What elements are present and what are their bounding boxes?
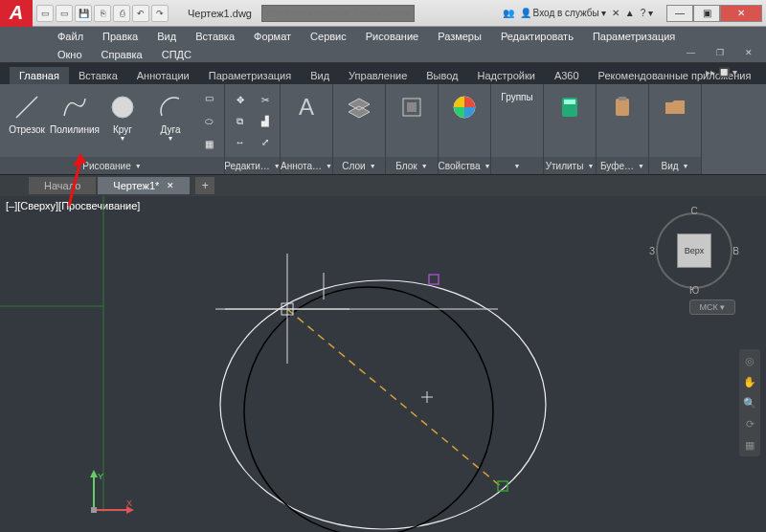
circle-button[interactable]: Круг▼: [100, 88, 146, 157]
compass-north[interactable]: С: [690, 206, 697, 216]
redo-icon[interactable]: ↷: [151, 5, 169, 22]
undo-icon[interactable]: ↶: [132, 5, 149, 22]
panel-clipboard-label[interactable]: Буфе…▼: [597, 157, 648, 174]
tab-view[interactable]: Вид: [301, 67, 339, 84]
clipboard-icon: [607, 92, 638, 122]
tab-drawing1[interactable]: Чертеж1*✕: [98, 177, 190, 194]
utils-button[interactable]: [547, 88, 593, 157]
document-title: Чертеж1.dwg: [188, 8, 252, 19]
panel-groups-label[interactable]: ▼: [491, 157, 543, 174]
mdi-restore-icon[interactable]: ❐: [707, 47, 733, 58]
text-button[interactable]: A: [283, 88, 329, 157]
print-icon[interactable]: ⎙: [113, 5, 130, 22]
colorwheel-icon: [449, 92, 480, 122]
panel-layers-label[interactable]: Слои▼: [333, 157, 385, 174]
new-icon[interactable]: ▭: [36, 5, 54, 22]
line-icon: [11, 92, 42, 122]
wcs-dropdown[interactable]: МСК ▾: [689, 299, 735, 315]
menu-service[interactable]: Сервис: [301, 29, 356, 44]
rectangle-icon[interactable]: ▭: [197, 89, 220, 110]
maximize-button[interactable]: ▣: [693, 5, 720, 22]
sign-in-button[interactable]: 👤 Вход в службы ▾: [520, 8, 606, 18]
showmotion-icon[interactable]: ▦: [742, 437, 757, 453]
help-icon[interactable]: ? ▾: [641, 8, 653, 18]
svg-rect-27: [91, 507, 97, 513]
compass-south[interactable]: Ю: [689, 285, 699, 296]
panel-utils-label[interactable]: Утилиты▼: [544, 157, 596, 174]
ribbon: Отрезок Полилиния Круг▼ Дуга▼ ▭ ⬭ ▦ Рисо…: [0, 84, 766, 175]
menu-dims[interactable]: Размеры: [428, 29, 491, 44]
layers-button[interactable]: [336, 88, 382, 157]
close-tab-icon[interactable]: ✕: [167, 181, 174, 190]
mdi-minimize-icon[interactable]: —: [677, 47, 705, 58]
panel-view-label[interactable]: Вид▼: [649, 157, 701, 174]
panel-layers: Слои▼: [333, 84, 386, 174]
minimize-button[interactable]: —: [666, 5, 693, 22]
save-icon[interactable]: 💾: [75, 5, 92, 22]
mirror-icon[interactable]: ▟: [254, 112, 277, 133]
pan-icon[interactable]: ✋: [742, 374, 757, 389]
menu-file[interactable]: Файл: [48, 29, 93, 44]
menu-format[interactable]: Формат: [244, 29, 301, 44]
exchange-icon[interactable]: ✕: [612, 8, 620, 18]
mdi-close-icon[interactable]: ✕: [735, 47, 762, 58]
menu-insert[interactable]: Вставка: [186, 29, 244, 44]
tab-param[interactable]: Параметризация: [199, 67, 301, 84]
tab-output[interactable]: Вывод: [417, 67, 467, 84]
line-button[interactable]: Отрезок: [4, 88, 50, 157]
panel-props-label[interactable]: Свойства▼: [439, 157, 490, 174]
close-button[interactable]: ✕: [720, 5, 762, 22]
saveas-icon[interactable]: ⎘: [94, 5, 111, 22]
menu-modify[interactable]: Редактировать: [491, 29, 583, 44]
stretch-icon[interactable]: ↔: [229, 133, 252, 154]
steering-wheel-icon[interactable]: ◎: [742, 353, 757, 368]
new-tab-button[interactable]: +: [195, 177, 214, 194]
arc-button[interactable]: Дуга▼: [147, 88, 193, 157]
block-button[interactable]: [389, 88, 435, 157]
panel-draw-label[interactable]: Рисование▼: [0, 157, 224, 174]
compass-west[interactable]: З: [649, 246, 655, 256]
svg-line-30: [69, 161, 80, 206]
a360-icon[interactable]: ▲: [625, 8, 635, 18]
infocenter-icon[interactable]: 👥: [503, 8, 514, 18]
menu-draw[interactable]: Рисование: [356, 29, 428, 44]
panel-block-label[interactable]: Блок▼: [386, 157, 438, 174]
menu-window[interactable]: Окно: [48, 48, 92, 61]
scale-icon[interactable]: ⤢: [254, 133, 277, 154]
groups-button[interactable]: Группы: [494, 88, 540, 157]
svg-line-0: [16, 97, 37, 118]
tab-annotations[interactable]: Аннотации: [127, 67, 199, 84]
copy-icon[interactable]: ⧉: [229, 112, 252, 133]
tab-manage[interactable]: Управление: [339, 67, 417, 84]
tab-addins[interactable]: Надстройки: [468, 67, 545, 84]
panel-modify-label[interactable]: Редакти…▼: [225, 157, 280, 174]
menu-help[interactable]: Справка: [92, 48, 152, 61]
search-input[interactable]: [261, 5, 415, 22]
move-icon[interactable]: ✥: [229, 91, 252, 112]
menu-view[interactable]: Вид: [147, 29, 186, 44]
drawing-viewport[interactable]: [–][Сверху][Просвечивание] Y X: [0, 196, 766, 532]
panel-annot-label[interactable]: Аннота…▼: [281, 157, 332, 174]
calculator-icon: [554, 92, 585, 122]
hatch-icon[interactable]: ▦: [197, 135, 220, 156]
menu-spds[interactable]: СПДС: [152, 48, 201, 61]
props-button[interactable]: [441, 88, 487, 157]
view-cube[interactable]: Верх С Ю В З: [651, 208, 737, 294]
tab-home[interactable]: Главная: [10, 67, 69, 84]
tab-a360[interactable]: A360: [545, 67, 589, 84]
compass-east[interactable]: В: [732, 246, 739, 256]
app-logo[interactable]: A: [0, 0, 33, 27]
panel-draw: Отрезок Полилиния Круг▼ Дуга▼ ▭ ⬭ ▦ Рисо…: [0, 84, 225, 174]
zoom-icon[interactable]: 🔍: [742, 395, 757, 410]
orbit-icon[interactable]: ⟳: [742, 416, 757, 432]
trim-icon[interactable]: ✂: [254, 91, 277, 112]
open-icon[interactable]: ▭: [56, 5, 73, 22]
tab-insert[interactable]: Вставка: [69, 67, 127, 84]
polyline-button[interactable]: Полилиния: [52, 88, 98, 157]
ellipse-icon[interactable]: ⬭: [197, 112, 220, 133]
view-button[interactable]: [652, 88, 698, 157]
menu-edit[interactable]: Правка: [93, 29, 147, 44]
paste-button[interactable]: [599, 88, 645, 157]
ribbon-focus-icon[interactable]: ▸▸ 🔲 ▾: [706, 67, 737, 78]
menu-param[interactable]: Параметризация: [583, 29, 685, 44]
